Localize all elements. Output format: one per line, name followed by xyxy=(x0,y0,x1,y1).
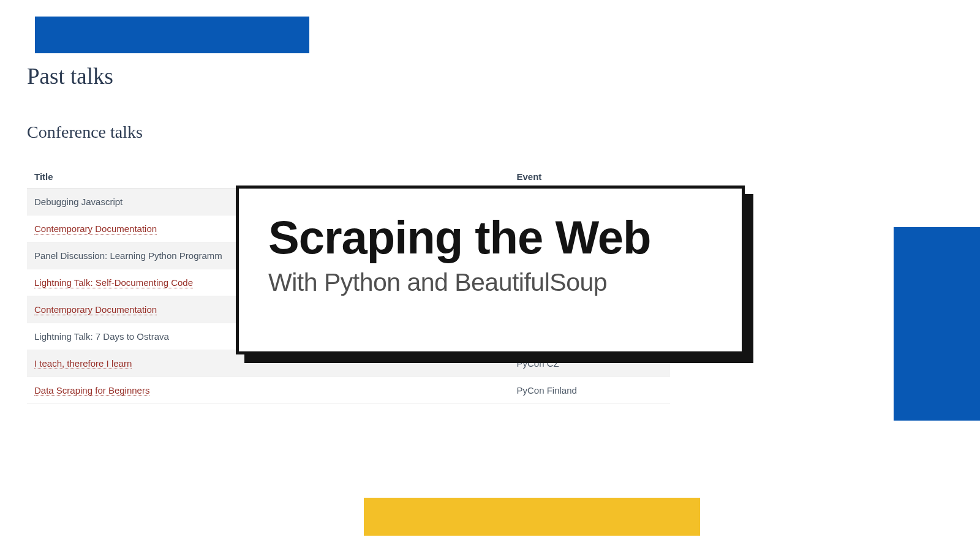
slide-subtitle: With Python and BeautifulSoup xyxy=(268,268,712,297)
slide-overlay-card: Scraping the Web With Python and Beautif… xyxy=(236,186,745,354)
talk-title-text: Lightning Talk: 7 Days to Ostrava xyxy=(34,331,169,342)
talk-title-cell: Data Scraping for Beginners xyxy=(27,377,510,404)
talk-title-link[interactable]: Data Scraping for Beginners xyxy=(34,385,149,396)
talk-title-link[interactable]: Lightning Talk: Self-Documenting Code xyxy=(34,277,193,288)
table-header-event: Event xyxy=(510,165,671,189)
decorative-blue-bar-top xyxy=(35,17,309,53)
page-title: Past talks xyxy=(27,63,670,89)
slide-overlay-front: Scraping the Web With Python and Beautif… xyxy=(236,186,745,354)
table-header-title: Title xyxy=(27,165,510,189)
talk-title-link[interactable]: Contemporary Documentation xyxy=(34,223,157,234)
talk-title-link[interactable]: I teach, therefore I learn xyxy=(34,358,132,369)
decorative-yellow-bar-bottom xyxy=(364,498,700,536)
table-row: Data Scraping for BeginnersPyCon Finland xyxy=(27,377,670,404)
section-title: Conference talks xyxy=(27,122,670,142)
talk-title-link[interactable]: Contemporary Documentation xyxy=(34,304,157,315)
talk-title-text: Panel Discussion: Learning Python Progra… xyxy=(34,250,222,261)
decorative-blue-bar-right xyxy=(894,227,980,421)
talk-title-text: Debugging Javascript xyxy=(34,197,123,207)
talk-event-cell: PyCon Finland xyxy=(510,377,671,404)
slide-title: Scraping the Web xyxy=(268,213,712,262)
